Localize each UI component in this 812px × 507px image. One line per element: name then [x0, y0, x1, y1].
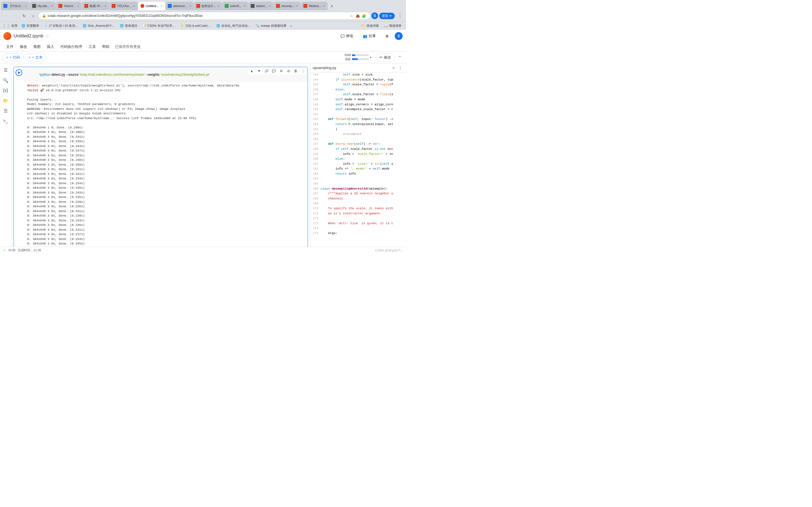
- delete-cell-icon[interactable]: 🗑: [292, 68, 299, 74]
- code-input-area[interactable]: ▲ ▼ 🔗 💬 ⚙ ⧉ 🗑 ⋮ !python detect.py --sour…: [24, 67, 308, 82]
- home-button[interactable]: ⌂: [29, 12, 37, 20]
- tab-close-howto[interactable]: ×: [217, 4, 220, 8]
- colab-toolbar: + + 代码 + + 文本 RAM 磁盘: [0, 52, 406, 63]
- plus-icon: +: [6, 55, 8, 59]
- tab-close-search[interactable]: ×: [104, 4, 107, 8]
- panel-close-button[interactable]: ×: [391, 65, 396, 71]
- output-line-r3: 0: 384x640 3 0s, Done. (0.241s): [27, 135, 305, 139]
- bookmark-baidu[interactable]: 🌐 百度翻译: [19, 23, 41, 29]
- share-button[interactable]: 👥 分享: [359, 32, 379, 41]
- tab-close-detect[interactable]: ×: [268, 4, 271, 8]
- user-avatar[interactable]: S: [395, 32, 403, 40]
- tab-yolov4[interactable]: Yolov4... ×: [56, 2, 82, 10]
- update-button[interactable]: 更新 ▼: [379, 13, 395, 19]
- menu-file[interactable]: 文件: [3, 43, 16, 50]
- menu-edit[interactable]: 修改: [17, 43, 30, 50]
- tab-detect[interactable]: detect... ×: [248, 2, 273, 10]
- collapse-sections-button[interactable]: ⌃: [396, 54, 404, 61]
- tab-search[interactable]: 检索-中... ×: [82, 2, 109, 10]
- new-tab-button[interactable]: +: [328, 2, 336, 10]
- cv-line-164: 164: [310, 176, 406, 181]
- bookmark-sink[interactable]: 🌐 Sink_Arsenic的个...: [80, 23, 117, 29]
- address-bar[interactable]: 🔒 colab.research.google.com/drive/1mfe3G…: [38, 12, 370, 20]
- edit-notebook-button[interactable]: ✏ 修改: [376, 53, 395, 62]
- apps-icon-bookmark[interactable]: ⋮⋮ 应用: [2, 24, 17, 28]
- google-account-icon[interactable]: S: [371, 12, 378, 19]
- reading-list[interactable]: 📖 阅读清单: [382, 23, 404, 29]
- tab-recomp[interactable]: recomp... ×: [274, 2, 301, 10]
- tab-advance[interactable]: advance... ×: [165, 2, 194, 10]
- run-cell-button[interactable]: [15, 69, 23, 76]
- colab-main: ☰ 🔍 {x} 📁 ☰ >_: [0, 63, 406, 247]
- tab-close-advance[interactable]: ×: [189, 4, 192, 8]
- tab-untitled[interactable]: Untitled... ×: [138, 2, 165, 10]
- add-text-button[interactable]: + + 文本: [25, 53, 46, 62]
- browser-menu-icon[interactable]: ⋮: [396, 12, 404, 20]
- favorite-star-icon[interactable]: ☆: [45, 34, 49, 39]
- bookmark-mail[interactable]: 📧 (7 封私信 / 24 条消...: [42, 23, 80, 29]
- cv-line-167: 167 r"""Applies a 2D nearest neighbor u: [310, 191, 406, 196]
- other-bookmarks[interactable]: 📁 其他书签: [359, 23, 381, 29]
- output-line-fusing: Fusing layers...: [27, 98, 305, 102]
- bookmark-xrange[interactable]: 🔍 xrange 的搜索结果: [253, 23, 289, 29]
- status-check-icon: ✓: [3, 248, 6, 252]
- tab-yolovs[interactable]: YOLOvs... ×: [109, 2, 138, 10]
- output-line-r11: 0: 384x640 3 0s, Done. (0.241s): [27, 172, 305, 177]
- comment-button[interactable]: 💬 评论: [337, 32, 357, 41]
- move-down-icon[interactable]: ▼: [256, 68, 262, 74]
- browser-action-buttons: S: [371, 12, 378, 19]
- tab-close-attrib[interactable]: ×: [322, 4, 325, 8]
- left-sidebar: ☰ 🔍 {x} 📁 ☰ >_: [0, 63, 11, 247]
- bookmark-csdn[interactable]: 📝 CSDN-专业IT技术...: [140, 23, 177, 29]
- tab-yolo[interactable]: 【YOLO... ×: [1, 2, 30, 10]
- screen-cast-icon[interactable]: 📤: [355, 13, 360, 18]
- tab-close-yolov5[interactable]: ×: [243, 4, 246, 8]
- menu-tools[interactable]: 工具: [86, 43, 99, 50]
- bookmark-star-icon[interactable]: ☆: [349, 13, 354, 18]
- comment-icon: 💬: [340, 34, 345, 38]
- sidebar-search-icon[interactable]: 🔍: [1, 76, 10, 85]
- panel-more-options[interactable]: ⋮: [397, 64, 404, 71]
- tab-attrib[interactable]: Attribut... ×: [301, 2, 327, 10]
- sidebar-menu-icon[interactable]: ☰: [1, 66, 10, 75]
- sidebar-code-icon[interactable]: {x}: [1, 86, 10, 95]
- tab-close-yolovs[interactable]: ×: [133, 4, 136, 8]
- copy-cell-icon[interactable]: ⧉: [285, 68, 292, 74]
- back-button[interactable]: ←: [2, 12, 10, 20]
- link-cell-icon[interactable]: 🔗: [263, 68, 270, 74]
- tab-close-yolo[interactable]: ×: [24, 4, 28, 8]
- tab-close-yolov4[interactable]: ×: [77, 4, 80, 8]
- bookmark-automation[interactable]: 🌐 自动化_电气自动化...: [214, 23, 253, 29]
- move-up-icon[interactable]: ▲: [248, 68, 255, 74]
- tab-obj[interactable]: obj.dat... ×: [30, 2, 56, 10]
- ram-bar: [352, 54, 369, 56]
- menu-help[interactable]: 帮助: [99, 43, 112, 50]
- tab-howto[interactable]: 如何在C... ×: [194, 2, 222, 10]
- sidebar-terminal-icon[interactable]: >_: [1, 116, 10, 125]
- settings-button[interactable]: ⚙: [382, 32, 393, 40]
- tab-close-untitled[interactable]: ×: [160, 4, 163, 8]
- tab-close-obj[interactable]: ×: [51, 4, 54, 8]
- bookmark-login[interactable]: 🌐 登录成功: [117, 23, 140, 29]
- code-viewer[interactable]: 143 self.size = size 144 if isinstance(s…: [310, 72, 406, 247]
- more-cell-options-icon[interactable]: ⋮: [300, 68, 306, 74]
- bookmark-leetcode[interactable]: ⚡ 力扣 (LeetCode) ...: [178, 23, 213, 29]
- chrome-extension-icon[interactable]: 🧩: [361, 13, 366, 18]
- colab-filename[interactable]: Untitled2.ipynb: [13, 34, 43, 39]
- menu-runtime[interactable]: 代码执行程序: [57, 43, 85, 50]
- output-line-r12: 0: 384x640 3 0s, Done. (0.234s): [27, 176, 305, 181]
- sidebar-table-icon[interactable]: ☰: [1, 106, 10, 115]
- menu-view[interactable]: 视图: [31, 43, 43, 50]
- add-comment-icon[interactable]: 💬: [270, 68, 277, 74]
- output-line-r24: 0: 384x640 3 0s, Done. (0.237s): [27, 232, 305, 237]
- tab-yolov5[interactable]: yolov5... ×: [222, 2, 248, 10]
- add-code-button[interactable]: + + 代码: [2, 53, 24, 62]
- reload-button[interactable]: ↻: [20, 12, 28, 20]
- forward-button[interactable]: →: [11, 12, 19, 20]
- settings-cell-icon[interactable]: ⚙: [278, 68, 285, 74]
- menu-insert[interactable]: 插入: [44, 43, 57, 50]
- sidebar-files-icon[interactable]: 📁: [1, 96, 10, 105]
- tab-close-recomp[interactable]: ×: [296, 4, 299, 8]
- cv-line-146: 146 else:: [310, 87, 406, 93]
- ram-disk-indicator[interactable]: RAM 磁盘 ▾: [345, 54, 371, 61]
